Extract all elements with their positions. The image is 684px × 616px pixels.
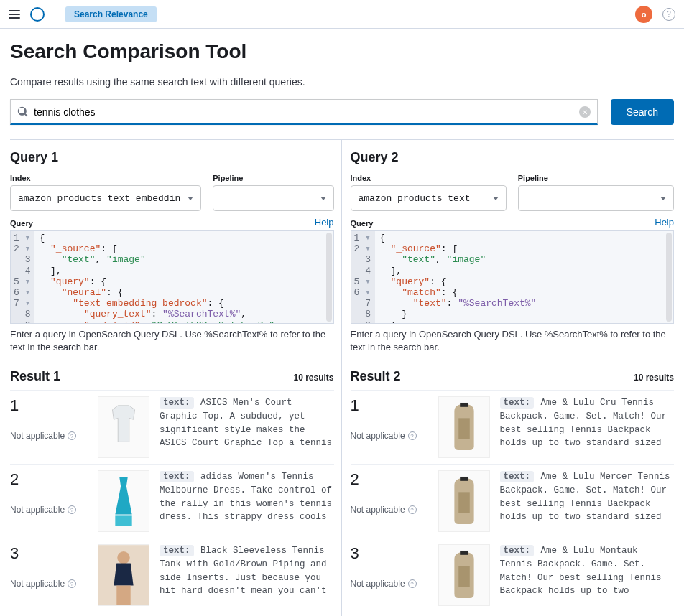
- breadcrumb[interactable]: Search Relevance: [65, 6, 157, 22]
- result-row: 2Not applicable ?text: adidas Women's Te…: [10, 464, 334, 538]
- result-rank: 2: [10, 470, 88, 489]
- result-row: 1Not applicable ?text: Ame & Lulu Cru Te…: [351, 390, 675, 464]
- help-icon[interactable]: ?: [662, 8, 675, 21]
- result-rank: 2: [351, 470, 428, 489]
- result-row: 3Not applicable ?text: Black Sleeveless …: [10, 538, 334, 612]
- search-button[interactable]: Search: [611, 99, 674, 125]
- info-icon[interactable]: ?: [68, 579, 76, 588]
- result-thumbnail: [98, 544, 149, 606]
- scrollbar[interactable]: [326, 233, 332, 322]
- divider: [55, 4, 55, 24]
- not-applicable-label: Not applicable ?: [351, 579, 428, 589]
- pipeline-label: Pipeline: [213, 174, 333, 182]
- result-thumbnail: [98, 396, 149, 458]
- result-thumbnail: [438, 470, 490, 532]
- text-field-badge: text:: [160, 471, 194, 482]
- result1-title: Result 1: [10, 369, 60, 384]
- result1-count: 10 results: [293, 373, 333, 383]
- text-field-badge: text:: [160, 545, 194, 556]
- result-thumbnail: [438, 544, 490, 606]
- result-text: text: Ame & Lulu Mercer Tennis Backpack.…: [500, 470, 675, 526]
- query2-hint: Enter a query in OpenSearch Query DSL. U…: [351, 328, 675, 353]
- svg-rect-2: [115, 516, 131, 526]
- result-row: 1Not applicable ?text: ASICS Men's Court…: [10, 390, 334, 464]
- search-icon: [17, 106, 29, 118]
- query2-editor[interactable]: 1 ▾2 ▾345 ▾6 ▾789 { "_source": [ "text",…: [351, 230, 675, 324]
- index-label: Index: [351, 174, 507, 182]
- query1-hint: Enter a query in OpenSearch Query DSL. U…: [10, 328, 334, 353]
- query2-help-link[interactable]: Help: [655, 217, 674, 228]
- result-rank: 1: [351, 396, 428, 415]
- svg-rect-10: [460, 477, 468, 481]
- result-row: 3Not applicable ?text: Ame & Lulu Montau…: [351, 538, 675, 612]
- menu-icon[interactable]: [9, 10, 20, 19]
- search-wrapper: ✕: [10, 99, 598, 125]
- page-title: Search Comparison Tool: [10, 40, 674, 63]
- query1-title: Query 1: [10, 150, 334, 165]
- result-rank: 3: [10, 544, 88, 563]
- info-icon[interactable]: ?: [68, 431, 76, 440]
- result-row: 2Not applicable ?text: Ame & Lulu Mercer…: [351, 464, 675, 538]
- query1-pipeline-select[interactable]: [213, 185, 333, 211]
- svg-rect-12: [460, 551, 468, 555]
- result-text: text: Black Sleeveless Tennis Tank with …: [160, 544, 334, 600]
- result-text: text: Ame & Lulu Montauk Tennis Backpack…: [500, 544, 675, 600]
- result2-count: 10 results: [634, 373, 674, 383]
- page-subtitle: Compare results using the same search te…: [10, 76, 674, 88]
- query1-index-select[interactable]: amazon_products_text_embeddin: [10, 185, 201, 211]
- query2-column: Query 2 Index amazon_products_text Pipel…: [342, 140, 675, 616]
- info-icon[interactable]: ?: [68, 505, 76, 514]
- result-thumbnail: [98, 470, 149, 532]
- query1-editor[interactable]: 1 ▾2 ▾345 ▾6 ▾7 ▾89 { "_source": [ "text…: [10, 230, 334, 324]
- not-applicable-label: Not applicable ?: [10, 505, 88, 515]
- search-input[interactable]: [10, 99, 598, 125]
- svg-rect-8: [460, 403, 468, 407]
- index-label: Index: [10, 174, 201, 182]
- query-label: Query: [10, 219, 33, 228]
- result-row: 4Not applicable ?text: Fila Ultimate Ten…: [351, 612, 675, 616]
- result-text: text: Ame & Lulu Cru Tennis Backpack. Ga…: [500, 396, 675, 452]
- info-icon[interactable]: ?: [408, 579, 417, 588]
- result-text: text: ASICS Men's Court Graphic Top. A s…: [160, 396, 334, 452]
- query2-title: Query 2: [351, 150, 675, 165]
- svg-rect-5: [116, 586, 130, 605]
- top-bar: Search Relevance o ?: [0, 0, 684, 29]
- info-icon[interactable]: ?: [408, 505, 417, 514]
- text-field-badge: text:: [160, 397, 194, 409]
- query2-pipeline-select[interactable]: [518, 185, 674, 211]
- not-applicable-label: Not applicable ?: [10, 431, 88, 441]
- result-thumbnail: [438, 396, 490, 458]
- svg-point-4: [117, 551, 130, 564]
- text-field-badge: text:: [500, 471, 535, 482]
- query1-help-link[interactable]: Help: [315, 217, 334, 228]
- result-text: text: adidas Women's Tennis Melbourne Dr…: [160, 470, 334, 526]
- info-icon[interactable]: ?: [408, 431, 417, 440]
- opensearch-logo-icon[interactable]: [30, 7, 45, 22]
- result-rank: 3: [351, 544, 428, 563]
- scrollbar[interactable]: [666, 233, 672, 322]
- clear-input-icon[interactable]: ✕: [579, 106, 591, 118]
- pipeline-label: Pipeline: [518, 174, 674, 182]
- avatar[interactable]: o: [635, 6, 652, 23]
- result-row: 4Not applicable ?text: Minx Women's High…: [10, 612, 334, 616]
- not-applicable-label: Not applicable ?: [10, 579, 88, 589]
- not-applicable-label: Not applicable ?: [351, 431, 428, 441]
- not-applicable-label: Not applicable ?: [351, 505, 428, 515]
- text-field-badge: text:: [500, 397, 535, 409]
- result-rank: 1: [10, 396, 88, 415]
- query-label: Query: [351, 219, 374, 228]
- query2-index-select[interactable]: amazon_products_text: [351, 185, 507, 211]
- text-field-badge: text:: [500, 545, 535, 556]
- result2-title: Result 2: [351, 369, 401, 384]
- query1-column: Query 1 Index amazon_products_text_embed…: [10, 140, 342, 616]
